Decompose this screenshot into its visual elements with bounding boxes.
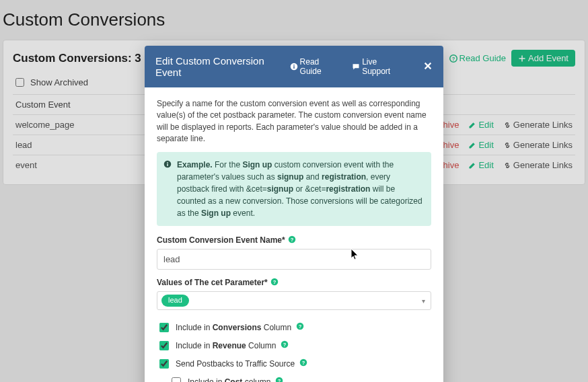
svg-text:?: ? <box>302 360 305 366</box>
include-conversions-checkbox[interactable] <box>159 323 169 332</box>
help-icon[interactable]: ? <box>270 278 279 288</box>
edit-event-modal: Edit Custom Conversion Event Read Guide … <box>145 46 443 382</box>
modal-live-support-link[interactable]: Live Support <box>352 57 406 76</box>
info-icon <box>290 63 298 71</box>
svg-rect-9 <box>293 66 295 69</box>
chat-icon <box>352 63 360 71</box>
example-lead: Example. <box>177 160 213 169</box>
modal-live-support-label: Live Support <box>362 57 406 76</box>
modal-close-button[interactable] <box>423 60 433 74</box>
include-conversions-row: Include in Conversions Column ? <box>157 321 431 334</box>
help-icon[interactable]: ? <box>299 358 307 369</box>
help-icon[interactable]: ? <box>275 377 283 382</box>
include-cost-row: Include in Cost column ? <box>169 375 431 382</box>
svg-text:?: ? <box>283 342 287 348</box>
include-cost-checkbox[interactable] <box>172 377 181 382</box>
modal-header: Edit Custom Conversion Event Read Guide … <box>145 46 443 87</box>
chevron-down-icon: ▾ <box>422 297 425 304</box>
close-icon <box>423 61 433 71</box>
modal-read-guide-label: Read Guide <box>300 57 342 76</box>
help-icon[interactable]: ? <box>288 235 296 245</box>
modal-backdrop: Edit Custom Conversion Event Read Guide … <box>0 0 588 382</box>
svg-text:?: ? <box>272 279 276 285</box>
help-icon[interactable]: ? <box>281 340 289 350</box>
cet-values-label: Values of The cet Parameter* ? <box>157 278 431 288</box>
svg-rect-10 <box>293 65 295 66</box>
modal-title: Edit Custom Conversion Event <box>155 55 290 78</box>
modal-read-guide-link[interactable]: Read Guide <box>290 57 342 76</box>
modal-description: Specify a name for the custom conversion… <box>157 98 431 145</box>
svg-text:?: ? <box>290 237 293 243</box>
info-circle-icon <box>163 159 172 171</box>
event-name-input[interactable] <box>157 249 431 270</box>
svg-text:?: ? <box>278 378 281 382</box>
cet-tag[interactable]: lead <box>161 295 189 307</box>
cet-values-select[interactable]: lead ▾ <box>157 291 431 310</box>
example-box: Example. For the Sign up custom conversi… <box>157 152 431 226</box>
send-postbacks-row: Send Postbacks to Traffic Source ? <box>157 357 431 371</box>
svg-rect-13 <box>167 162 168 163</box>
help-icon[interactable]: ? <box>296 322 304 332</box>
send-postbacks-checkbox[interactable] <box>159 359 169 369</box>
include-revenue-row: Include in Revenue Column ? <box>157 339 431 352</box>
event-name-label: Custom Conversion Event Name* ? <box>157 235 431 245</box>
include-revenue-checkbox[interactable] <box>159 341 169 350</box>
svg-text:?: ? <box>299 323 302 330</box>
svg-rect-12 <box>167 163 168 166</box>
